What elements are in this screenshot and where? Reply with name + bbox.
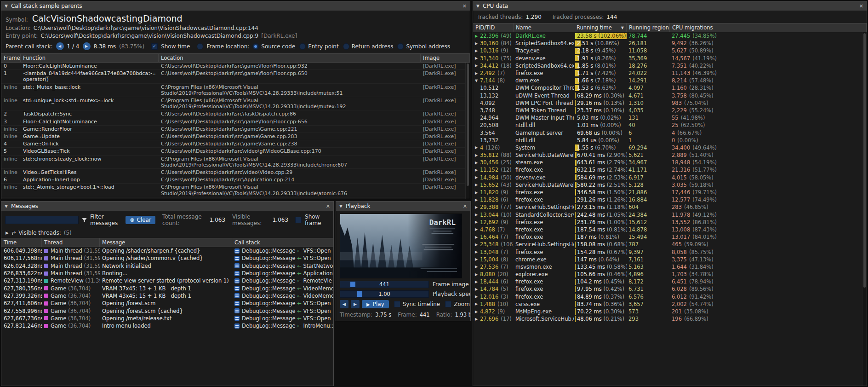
cpu-row[interactable]: ▶13,048(7)firefox.exe154.28 ms (0.67%)9,… xyxy=(473,248,867,255)
cpu-row[interactable]: ▶14,984(50)devenv.exe584.69 ms (2.53%)6,… xyxy=(473,174,867,181)
cpu-row[interactable]: ▶18,444(6)firefox.exe104.2 ms (0.45%)8,1… xyxy=(473,278,867,285)
sync-timeline-option[interactable]: Sync timeline xyxy=(394,301,440,307)
callstack-row[interactable]: inlineVideo::GetTicksHiResC:\Users\wolf\… xyxy=(1,169,470,176)
cpu-row[interactable]: ▶30,456(25)steam.exe643.61 ms (2.79%)34,… xyxy=(473,159,867,166)
frame-location-option[interactable]: Entry point xyxy=(299,43,338,50)
next-frame-button[interactable]: ▶ xyxy=(351,300,360,308)
next-parent-button[interactable]: ▶ xyxy=(83,42,91,50)
cpu-row[interactable]: ▶11,820(9)firefox.exe346.58 ms (1.50%)21… xyxy=(473,189,867,196)
column-header-thread[interactable]: Thread xyxy=(42,238,100,247)
callstack-row[interactable]: 5VideoGLBase::TickC:\Users\wolf\Desktop\… xyxy=(1,148,470,155)
cpu-row[interactable]: ▶35,812(88)ServiceHub.DataWarehou670.41 … xyxy=(473,151,867,159)
frame-location-option[interactable]: Symbol address xyxy=(397,43,450,50)
callstack-row[interactable]: 0Floor::CalcLightNoLuminanceC:\Users\wol… xyxy=(1,63,470,70)
zoom-checkbox[interactable] xyxy=(445,301,451,307)
cpu-row[interactable]: ▶8,080(20)explorer.exe105.66 ms (0.46%)4… xyxy=(473,271,867,278)
expand-icon[interactable]: ▶ xyxy=(475,243,480,247)
playback-frame-image[interactable]: DarkRL xyxy=(340,214,462,278)
playback-titlebar[interactable]: ▼ Playback ✕ xyxy=(336,202,470,211)
radio-icon[interactable] xyxy=(343,43,349,50)
message-row[interactable]: 627,667,736nsGame (36,704)Opening /meta/… xyxy=(1,315,333,322)
callstack-icon[interactable] xyxy=(234,278,240,283)
prev-frame-button[interactable]: ◀ xyxy=(340,300,348,308)
cpu-row[interactable]: 24,964DWM Master Input Thread5.03 ms (0.… xyxy=(473,114,867,121)
cpu-titlebar[interactable]: ▼ CPU data ✕ xyxy=(473,1,867,11)
message-row[interactable]: 627,558,996nsGame (36,704)Opening /fores… xyxy=(1,307,333,314)
expand-icon[interactable]: ▶ xyxy=(475,168,480,172)
callstack-row[interactable]: inlinestd::_Mutex_base::lockC:\Program F… xyxy=(1,84,470,97)
cpu-row[interactable]: ▶16,464(7)firefox.exe187 ms (0.81%)15,49… xyxy=(473,233,867,241)
radio-icon[interactable] xyxy=(299,43,306,50)
cpu-row[interactable]: ▶27,536(7)msvsmon.exe133.45 ms (0.58%)5,… xyxy=(473,263,867,271)
expand-icon[interactable]: ▶ xyxy=(475,280,480,284)
expand-icon[interactable]: ▶ xyxy=(475,64,480,68)
callstack-row[interactable]: 2TaskDispatch::SyncC:\Users\wolf\Desktop… xyxy=(1,110,470,118)
column-header-cpu-migrations[interactable]: CPU migrations xyxy=(670,23,867,32)
expand-icon[interactable]: ▶ xyxy=(475,287,480,291)
cpu-row[interactable]: ▶12,016(3)firefox.exe84.89 ms (0.37%)6,5… xyxy=(473,293,867,300)
column-header-running-time[interactable]: Running time ▼ xyxy=(574,23,627,32)
cpu-row[interactable]: 3,748DWM Token Thread23.37 ms (0.10%)4,0… xyxy=(473,107,867,114)
cpu-row[interactable]: ▶4,872(9)MsMpEng.exe70.22 ms (0.30%)5732… xyxy=(473,308,867,315)
clear-button[interactable]: ⊗ Clear xyxy=(126,216,155,224)
column-header-name[interactable]: Name xyxy=(514,23,574,32)
expand-icon[interactable]: ▶ xyxy=(475,198,480,202)
cpu-row[interactable]: 20,508ntdll.dll1.01 ms (0.00%)4025 (62.5… xyxy=(473,121,867,129)
expand-icon[interactable]: ▶ xyxy=(475,41,480,46)
cpu-scrollbar[interactable] xyxy=(862,32,867,386)
expand-icon[interactable]: ▶ xyxy=(475,317,480,321)
cpu-row[interactable]: ▶27,696(17)Microsoft.ServiceHub.Co48.06 … xyxy=(473,315,867,323)
expand-icon[interactable]: ▶ xyxy=(475,153,480,157)
cpu-row[interactable]: 13,132uDWM Event Thread68.29 ms (0.30%)4… xyxy=(473,92,867,99)
show-time-checkbox[interactable] xyxy=(151,43,158,50)
callstack-icon[interactable] xyxy=(234,248,240,254)
cpu-row[interactable]: ▶13,044(10)StandardCollector.Servic242.4… xyxy=(473,211,867,219)
messages-titlebar[interactable]: ▼ Messages ✕ xyxy=(1,202,333,211)
collapse-icon[interactable]: ▼ xyxy=(5,204,8,208)
cpu-row[interactable]: 3,564GameInput server69.68 us (0.00%)64 … xyxy=(473,129,867,136)
callstack-icon[interactable] xyxy=(234,316,240,321)
callstack-scrollbar[interactable] xyxy=(465,63,470,199)
expand-icon[interactable]: ▶ xyxy=(475,272,480,277)
cpu-row[interactable]: ▶15,652(43)ServiceHub.DataWarehou580.22 … xyxy=(473,181,867,189)
radio-icon[interactable] xyxy=(252,43,259,50)
expand-icon[interactable]: ▶ xyxy=(475,295,480,299)
callstack-row[interactable]: 3Floor::CalcLightNoLuminanceC:\Users\wol… xyxy=(1,118,470,126)
cpu-row[interactable]: ▶12,692(9)firefox.exe231.76 ms (1.00%)15… xyxy=(473,219,867,226)
column-header-callstack[interactable]: Call stack xyxy=(232,238,333,247)
expand-icon[interactable]: ▶ xyxy=(475,161,480,165)
expand-icon[interactable]: ▶ xyxy=(475,220,480,224)
cpu-row[interactable]: ▶34,412(18)ScriptedSandbox64.exe1.85 s (… xyxy=(473,62,867,69)
expand-icon[interactable]: ▶ xyxy=(475,145,480,150)
column-header-time[interactable]: Time xyxy=(1,238,42,247)
cpu-row[interactable]: ▶31,340(75)devenv.exe1.91 s (8.26%)35,36… xyxy=(473,55,867,62)
cpu-row[interactable]: 10,512DWM Compositor Thread1.53 s (6.63%… xyxy=(473,84,867,92)
expand-icon[interactable]: ▶ xyxy=(475,56,480,60)
expand-icon[interactable]: ▶ xyxy=(475,235,480,239)
callstack-icon[interactable] xyxy=(234,308,240,313)
callstack-icon[interactable] xyxy=(234,323,240,329)
column-header-location[interactable]: Location xyxy=(159,54,421,62)
column-header-running-regions[interactable]: Running regions xyxy=(627,23,670,32)
cpu-row[interactable]: ▶4(126)System1.55 s (6.70%)69,29434,400 … xyxy=(473,144,867,151)
expand-icon[interactable]: ▶ xyxy=(475,175,480,179)
zoom-option[interactable]: Zoom 2x xyxy=(445,301,471,307)
callstack-icon[interactable] xyxy=(234,293,240,298)
cpu-row[interactable]: 4,092DWM LPC Port Thread29.16 ms (0.13%)… xyxy=(473,99,867,107)
callstack-row[interactable]: inlinestd::unique_lock<std::mutex>::lock… xyxy=(1,97,470,110)
column-header-function[interactable]: Function xyxy=(21,54,159,62)
callstack-icon[interactable] xyxy=(234,271,240,276)
collapse-icon[interactable]: ▼ xyxy=(476,4,480,8)
cpu-row[interactable]: ▶14,784(5)firefox.exe97.95 ms (0.42%)6,7… xyxy=(473,285,867,293)
expand-icon[interactable]: ▶ xyxy=(475,227,480,231)
sync-timeline-checkbox[interactable] xyxy=(394,301,400,307)
close-icon[interactable]: ✕ xyxy=(463,203,467,209)
cpu-row[interactable]: ▶22,396(49)DarkRL.exe23.58 s (102.06%)78… xyxy=(473,32,867,40)
expand-icon[interactable]: ▶ xyxy=(475,183,480,187)
collapse-icon[interactable]: ▼ xyxy=(339,204,343,208)
message-row[interactable]: 626,024,328nsMain thread (31,596)Network… xyxy=(1,262,333,270)
expand-threads-icon[interactable]: ▶ xyxy=(6,231,9,235)
frame-location-option[interactable]: Source code xyxy=(252,43,295,50)
expand-icon[interactable]: ▶ xyxy=(475,191,480,195)
callstack-icon[interactable] xyxy=(234,263,240,268)
